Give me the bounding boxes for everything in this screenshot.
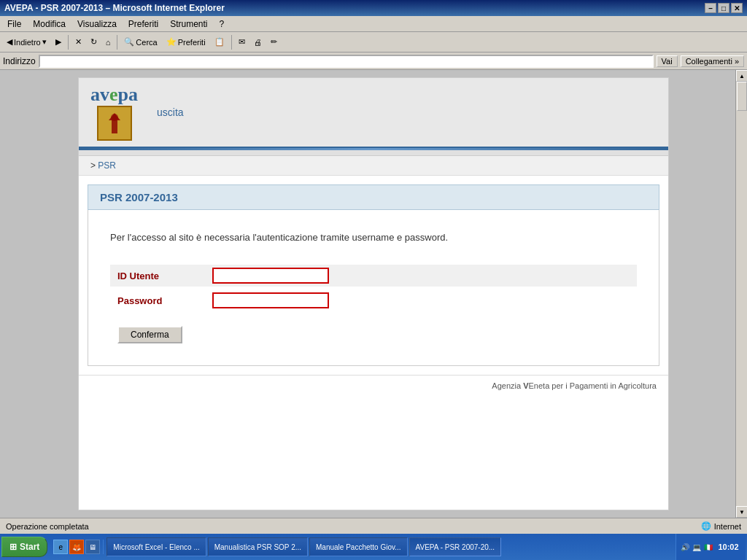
collegamenti-button[interactable]: Collegamenti » <box>681 55 744 67</box>
taskbar-tray: 🔊 💻 🇮🇹 10:02 <box>676 534 746 560</box>
tray-icon-1: 🔊 <box>681 543 689 551</box>
login-description: Per l'accesso al sito è necessaria l'aut… <box>110 225 637 250</box>
page-container: avepa uscita > PSR <box>78 77 669 510</box>
close-button[interactable]: ✕ <box>731 3 743 13</box>
status-bar: Operazione completata 🌐 Internet <box>0 518 747 534</box>
start-button[interactable]: ⊞ Start <box>1 537 47 557</box>
quick-launch: e 🦊 🖥 <box>53 540 104 554</box>
window-title: AVEPA - PSR 2007-2013 – Microsoft Intern… <box>4 3 225 13</box>
toolbar-separator-2 <box>117 35 117 50</box>
back-button[interactable]: ◀ Indietro ▾ <box>3 35 50 49</box>
breadcrumb-bar: > PSR <box>79 156 668 176</box>
clock: 10:02 <box>716 542 741 551</box>
svg-point-1 <box>111 114 118 121</box>
home-button[interactable]: ⌂ <box>102 36 115 49</box>
status-internet-label: Internet <box>714 522 741 531</box>
menu-help[interactable]: ? <box>215 18 229 31</box>
toolbar-separator-3 <box>231 35 232 50</box>
psr-title: PSR 2007-2013 <box>100 191 178 203</box>
status-internet-zone: 🌐 Internet <box>701 521 741 531</box>
desktop-quicklaunch-icon[interactable]: 🖥 <box>85 540 100 554</box>
breadcrumb-psr-link[interactable]: PSR <box>98 160 116 171</box>
taskbar-avepa-label: AVEPA - PSR 2007-20... <box>416 543 495 551</box>
taskbar-manuale[interactable]: Manuale Pacchetto Giov... <box>309 537 408 556</box>
password-row: Password <box>110 289 637 311</box>
title-bar: AVEPA - PSR 2007-2013 – Microsoft Intern… <box>0 0 747 16</box>
footer-agency: Agenzia VEneta per i Pagamenti in Agrico… <box>492 381 657 390</box>
tray-icon-2: 💻 <box>692 543 701 551</box>
conferma-button[interactable]: Conferma <box>117 326 182 343</box>
taskbar-manualistica[interactable]: Manualistica PSR SOP 2... <box>208 537 308 556</box>
refresh-button[interactable]: ↻ <box>87 35 101 49</box>
scroll-down-button[interactable]: ▼ <box>736 506 747 518</box>
browser-content: avepa uscita > PSR <box>0 70 747 518</box>
stop-button[interactable]: ✕ <box>71 35 85 49</box>
menu-modifica[interactable]: Modifica <box>28 18 70 31</box>
form-table: ID Utente Password <box>110 265 637 311</box>
taskbar: ⊞ Start e 🦊 🖥 Microsoft Excel - Elenco .… <box>0 534 747 560</box>
title-bar-controls: – □ ✕ <box>705 3 743 13</box>
storico-button[interactable]: 📋 <box>211 35 228 49</box>
taskbar-manuale-label: Manuale Pacchetto Giov... <box>316 543 401 551</box>
firefox-quicklaunch-icon[interactable]: 🦊 <box>69 540 84 554</box>
uscita-link[interactable]: uscita <box>152 105 188 120</box>
logo-area: avepa <box>90 84 138 141</box>
logo-text: avepa <box>90 84 138 106</box>
footer-text: Agenzia VEneta per i Pagamenti in Agrico… <box>79 375 668 396</box>
menu-strumenti[interactable]: Strumenti <box>166 18 212 31</box>
forward-button[interactable]: ▶ <box>52 35 65 49</box>
taskbar-avepa[interactable]: AVEPA - PSR 2007-20... <box>409 537 502 556</box>
id-utente-input[interactable] <box>212 268 329 284</box>
status-text: Operazione completata <box>6 522 701 531</box>
logo-icon <box>97 106 132 141</box>
scroll-thumb[interactable] <box>737 82 747 111</box>
start-windows-icon: ⊞ <box>9 542 17 552</box>
maximize-button[interactable]: □ <box>718 3 729 13</box>
psr-title-bar: PSR 2007-2013 <box>88 184 659 210</box>
toolbar-separator-1 <box>68 35 69 50</box>
password-label: Password <box>110 295 212 306</box>
posta-button[interactable]: ✉ <box>235 35 249 49</box>
menu-visualizza[interactable]: Visualizza <box>73 18 121 31</box>
modifica-button[interactable]: ✏ <box>267 35 281 49</box>
taskbar-manualistica-label: Manualistica PSR SOP 2... <box>214 543 301 551</box>
tray-icon-3: 🇮🇹 <box>704 543 713 551</box>
page-header: avepa uscita <box>79 78 668 148</box>
address-label: Indirizzo <box>3 56 36 66</box>
taskbar-excel-label: Microsoft Excel - Elenco ... <box>113 543 199 551</box>
login-area: Per l'accesso al sito è necessaria l'aut… <box>88 210 659 366</box>
menu-file[interactable]: File <box>3 18 26 31</box>
scroll-track: ▲ ▼ <box>735 70 747 518</box>
scroll-up-button[interactable]: ▲ <box>736 70 747 82</box>
address-bar: Indirizzo Vai Collegamenti » <box>0 52 747 70</box>
menu-preferiti[interactable]: Preferiti <box>124 18 163 31</box>
breadcrumb-prefix: > <box>90 160 98 171</box>
taskbar-excel[interactable]: Microsoft Excel - Elenco ... <box>107 537 206 556</box>
minimize-button[interactable]: – <box>705 3 716 13</box>
menu-bar: File Modifica Visualizza Preferiti Strum… <box>0 16 747 32</box>
password-input[interactable] <box>212 292 329 308</box>
ie-quicklaunch-icon[interactable]: e <box>53 540 68 554</box>
uscita-link-area: uscita <box>152 106 188 118</box>
subheader-stripe <box>79 150 668 156</box>
address-input[interactable] <box>39 55 654 68</box>
toolbar: ◀ Indietro ▾ ▶ ✕ ↻ ⌂ 🔍 Cerca ⭐ Preferiti… <box>0 32 747 52</box>
stampa-button[interactable]: 🖨 <box>250 36 266 49</box>
id-utente-row: ID Utente <box>110 265 637 287</box>
id-utente-label: ID Utente <box>110 271 212 281</box>
preferiti-toolbar-button[interactable]: ⭐ Preferiti <box>163 35 209 49</box>
vai-button[interactable]: Vai <box>657 55 678 67</box>
cerca-button[interactable]: 🔍 Cerca <box>120 35 160 49</box>
